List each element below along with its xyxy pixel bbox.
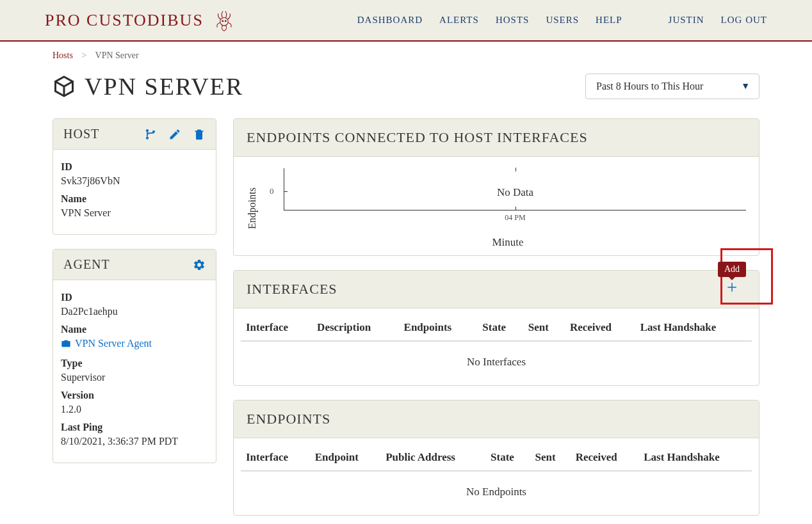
camera-icon	[61, 338, 71, 349]
col-ep-handshake[interactable]: Last Handshake	[638, 445, 752, 471]
col-endpoints[interactable]: Endpoints	[399, 315, 478, 341]
col-sent[interactable]: Sent	[523, 315, 565, 341]
host-panel: HOST ID Svk37j86VbN Name VPN Server	[53, 118, 216, 235]
nav-help[interactable]: HELP	[596, 15, 622, 26]
nav-dashboard[interactable]: DASHBOARD	[357, 15, 423, 26]
main-container: Hosts > VPN Server VPN SERVER Past 8 Hou…	[0, 42, 812, 524]
top-bar: PRO CUSTODIBUS DASHBOARD ALERTS HOSTS US…	[0, 0, 812, 42]
nav-users[interactable]: USERS	[546, 15, 579, 26]
brand[interactable]: PRO CUSTODIBUS	[45, 9, 236, 32]
agent-ping-value: 8/10/2021, 3:36:37 PM PDT	[61, 436, 208, 447]
page-title-text: VPN SERVER	[85, 72, 243, 100]
trash-icon[interactable]	[193, 128, 206, 141]
breadcrumb-sep: >	[81, 51, 86, 60]
host-id-value: Svk37j86VbN	[61, 175, 208, 187]
add-tooltip: Add	[718, 262, 746, 277]
breadcrumb: Hosts > VPN Server	[53, 51, 759, 61]
page-header: VPN SERVER Past 8 Hours to This Hour ▼	[53, 72, 759, 100]
breadcrumb-current: VPN Server	[95, 51, 139, 60]
col-description[interactable]: Description	[312, 315, 398, 341]
page-title: VPN SERVER	[53, 72, 243, 100]
col-interface[interactable]: Interface	[241, 315, 312, 341]
agent-name-text: VPN Server Agent	[75, 338, 152, 349]
col-ep-received[interactable]: Received	[571, 445, 639, 471]
col-ep-address[interactable]: Public Address	[380, 445, 485, 471]
endpoints-empty: No Endpoints	[234, 472, 759, 515]
col-ep-endpoint[interactable]: Endpoint	[310, 445, 380, 471]
host-name-value: VPN Server	[61, 207, 208, 219]
col-state[interactable]: State	[477, 315, 523, 341]
chart-no-data: No Data	[284, 186, 746, 199]
medusa-logo-icon	[213, 9, 236, 32]
chart-plot: No Data 04 PM	[284, 168, 746, 210]
cube-icon	[53, 75, 76, 98]
chart-xlabel: Minute	[270, 236, 746, 249]
svg-point-4	[146, 136, 149, 139]
agent-version-value: 1.2.0	[61, 404, 208, 415]
chevron-down-icon: ▼	[741, 81, 750, 91]
chart-ylabel: Endpoints	[247, 168, 258, 249]
host-panel-title: HOST	[63, 127, 99, 141]
col-ep-sent[interactable]: Sent	[530, 445, 570, 471]
time-range-select[interactable]: Past 8 Hours to This Hour ▼	[585, 74, 759, 99]
agent-type-value: Supervisor	[61, 372, 208, 383]
agent-id-value: Da2Pc1aehpu	[61, 306, 208, 317]
nav-current-user[interactable]: JUSTIN	[669, 15, 704, 26]
plus-icon	[726, 282, 738, 293]
interfaces-table: Interface Description Endpoints State Se…	[241, 315, 752, 342]
branch-icon[interactable]	[144, 128, 157, 141]
agent-panel: AGENT ID Da2Pc1aehpu Name VPN Server Age…	[53, 249, 216, 463]
host-name-label: Name	[61, 193, 208, 205]
agent-type-label: Type	[61, 358, 208, 369]
chart-xtick: 04 PM	[505, 213, 525, 223]
col-ep-state[interactable]: State	[485, 445, 530, 471]
svg-point-0	[220, 17, 229, 26]
gear-icon[interactable]	[193, 258, 206, 271]
pencil-icon[interactable]	[168, 128, 181, 141]
agent-name-label: Name	[61, 324, 208, 335]
endpoints-title: ENDPOINTS	[247, 411, 330, 427]
interfaces-empty: No Interfaces	[234, 342, 759, 385]
agent-panel-title: AGENT	[63, 257, 110, 272]
agent-id-label: ID	[61, 292, 208, 303]
col-received[interactable]: Received	[565, 315, 635, 341]
chart-ytick: 0	[270, 186, 274, 196]
chart-panel-title: ENDPOINTS CONNECTED TO HOST INTERFACES	[247, 129, 588, 146]
col-handshake[interactable]: Last Handshake	[635, 315, 752, 341]
svg-point-2	[225, 20, 226, 22]
nav-hosts[interactable]: HOSTS	[496, 15, 530, 26]
endpoints-panel: ENDPOINTS Interface Endpoint Public Addr…	[233, 400, 759, 516]
breadcrumb-parent[interactable]: Hosts	[53, 51, 73, 60]
endpoints-chart-panel: ENDPOINTS CONNECTED TO HOST INTERFACES E…	[233, 118, 759, 256]
interfaces-title: INTERFACES	[247, 281, 337, 298]
agent-name-link[interactable]: VPN Server Agent	[61, 338, 152, 349]
main-nav: DASHBOARD ALERTS HOSTS USERS HELP JUSTIN…	[357, 15, 767, 26]
svg-point-1	[222, 20, 223, 22]
agent-ping-label: Last Ping	[61, 422, 208, 433]
col-ep-interface[interactable]: Interface	[241, 445, 310, 471]
host-id-label: ID	[61, 161, 208, 173]
endpoints-table: Interface Endpoint Public Address State …	[241, 445, 752, 472]
interfaces-panel: INTERFACES Add Interface Description End…	[233, 270, 759, 386]
agent-version-label: Version	[61, 390, 208, 401]
add-interface-button[interactable]	[723, 280, 741, 297]
time-range-value: Past 8 Hours to This Hour	[596, 81, 703, 92]
nav-alerts[interactable]: ALERTS	[439, 15, 479, 26]
brand-text: PRO CUSTODIBUS	[45, 11, 204, 30]
svg-point-3	[146, 129, 149, 132]
nav-logout[interactable]: LOG OUT	[721, 15, 767, 26]
